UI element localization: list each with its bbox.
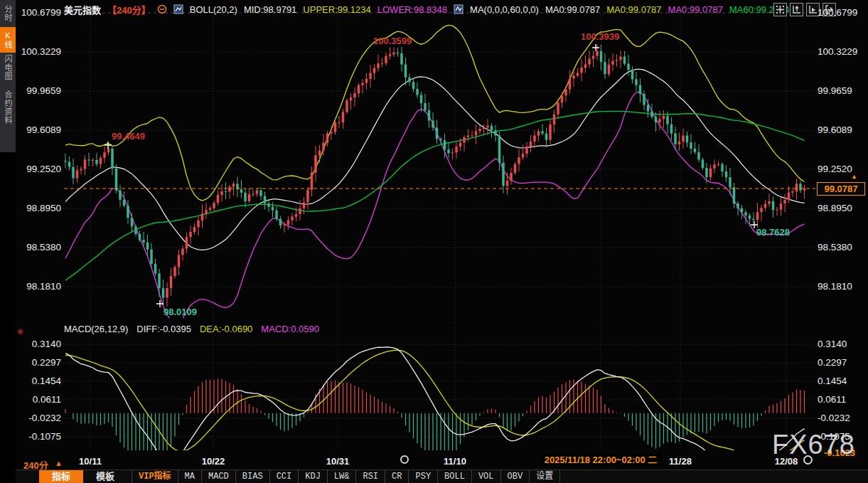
toolbar-item-ma[interactable]: MA xyxy=(178,470,202,483)
minus-circle-icon[interactable] xyxy=(157,4,167,14)
bottom-toolbar: 指标 模板 VIP指标MAMACDBIASCCIKDJLW&RSICRPSYBO… xyxy=(16,469,868,483)
sidebar-tab-lightning-chart[interactable]: 闪电图 xyxy=(0,55,16,80)
toolbar-item-obv[interactable]: OBV xyxy=(501,470,530,483)
axis-label: -0.0232 xyxy=(818,413,850,423)
axis-label: 0.2297 xyxy=(17,357,61,368)
ma-label: MA(0,0,0,60,0,0) xyxy=(470,4,539,15)
xaxis-date-label: 10/22 xyxy=(202,456,225,467)
ma0-value-1: MA0:99.0787 xyxy=(545,4,600,15)
indicator-settings-icon[interactable]: ✳ xyxy=(16,327,24,337)
toolbar-item-lw[interactable]: LW& xyxy=(328,470,357,483)
candlestick-chart[interactable]: 99.4649100.3599100.393998.010998.7628 xyxy=(0,0,868,483)
price-annotation: 99.4649 xyxy=(112,131,145,142)
axis-label: 98.1810 xyxy=(17,281,61,292)
macd-header: MACD(26,12,9) DIFF:-0.0395 DEA:-0.0690 M… xyxy=(64,324,319,334)
ma0-value-3: MA0:99.0787 xyxy=(668,4,723,15)
axis-label: 0.0611 xyxy=(818,394,846,405)
current-price-arrow-icon: ▲ xyxy=(851,173,857,180)
price-annotation: 100.3939 xyxy=(581,31,619,42)
toolbar-item-cci[interactable]: CCI xyxy=(270,470,299,483)
axis-label: 100.3229 xyxy=(17,46,61,57)
current-price-box: 99.0787 xyxy=(817,182,865,196)
xaxis-date-label: 10/31 xyxy=(326,456,350,467)
axis-label: -0.0232 xyxy=(17,413,61,423)
price-annotation: 98.0109 xyxy=(164,307,197,317)
macd-macd-value: MACD:0.0590 xyxy=(261,324,319,334)
pane-resize-handle[interactable] xyxy=(400,455,409,464)
price-annotation: 100.3599 xyxy=(373,36,412,46)
axis-label: 99.2520 xyxy=(17,164,61,174)
axis-label: 0.1454 xyxy=(818,376,847,386)
instrument-title: 美元指数 xyxy=(64,3,101,16)
toolbar-item-vol[interactable]: VOL xyxy=(472,470,501,483)
axis-label: 0.1454 xyxy=(17,376,61,386)
axis-label: -0.1075 xyxy=(17,431,61,442)
axis-label: 98.8950 xyxy=(818,203,852,213)
crosshair-time-label: 2025/11/18 22:00~02:00 二 xyxy=(541,454,661,466)
macd-dea-value: DEA:-0.0690 xyxy=(200,324,252,334)
toolbar-item-bias[interactable]: BIAS xyxy=(236,470,270,483)
sidebar: 分时图 K线图 闪电图 合约资料 xyxy=(0,0,16,483)
toolbar-tab-templates[interactable]: 模板 xyxy=(83,470,127,483)
axis-label: 0.2297 xyxy=(818,357,847,368)
macd-diff-value: DIFF:-0.0395 xyxy=(136,324,191,334)
toolbar-item-boll[interactable]: BOLL xyxy=(438,470,472,483)
axis-label: 99.6089 xyxy=(818,124,852,135)
boll-indicator-icon[interactable] xyxy=(173,4,183,14)
xaxis-date-label: 10/11 xyxy=(79,456,102,467)
toolbar-item-kdj[interactable]: KDJ xyxy=(299,470,328,483)
axis-label: 0.3140 xyxy=(818,339,847,349)
axis-label: 100.6799 xyxy=(17,7,61,18)
boll-lower-value: LOWER:98.8348 xyxy=(377,4,447,15)
toolbar-item-psy[interactable]: PSY xyxy=(409,470,438,483)
toolbar-tab-indicators[interactable]: 指标 xyxy=(39,470,83,483)
boll-label: BOLL(20,2) xyxy=(190,4,237,15)
ma0-value-2: MA0:99.0787 xyxy=(606,4,661,15)
xaxis-date-label: 11/10 xyxy=(444,456,466,467)
axis-label: 98.8950 xyxy=(17,203,61,213)
period-badge[interactable]: 【240分】 xyxy=(107,3,151,16)
axis-label: 0.3140 xyxy=(17,339,61,349)
sidebar-tab-kline-chart[interactable]: K线图 xyxy=(0,27,16,53)
sidebar-tab-contract-info[interactable]: 合约资料 xyxy=(0,83,16,132)
xaxis-date-label: 11/28 xyxy=(669,456,692,467)
axis-label: 99.2520 xyxy=(818,164,852,174)
fx678-watermark: FX678 xyxy=(772,430,855,460)
axis-label: 99.9659 xyxy=(818,85,852,96)
toolbar-item-[interactable]: 设置 xyxy=(530,470,560,483)
axis-label: 98.5380 xyxy=(818,242,852,253)
axis-label: 0.0611 xyxy=(17,394,61,405)
ma-indicator-icon[interactable] xyxy=(454,4,464,14)
axis-label: 99.6089 xyxy=(17,124,61,135)
axis-label: 100.3229 xyxy=(818,46,857,57)
toolbar-item-vip[interactable]: VIP指标 xyxy=(132,470,178,483)
axis-scale-icon[interactable] xyxy=(790,3,803,16)
macd-label: MACD(26,12,9) xyxy=(64,324,128,334)
crosshair-icon[interactable] xyxy=(773,3,787,16)
toolbar-item-cr[interactable]: CR xyxy=(385,470,409,483)
boll-upper-value: UPPER:99.1234 xyxy=(303,4,370,15)
price-annotation: 98.7628 xyxy=(756,227,790,238)
period-arrow-icon[interactable]: ▲ xyxy=(55,459,63,467)
boll-mid-value: MID:98.9791 xyxy=(244,4,296,15)
chart-header: 美元指数 【240分】 BOLL(20,2) MID:98.9791 UPPER… xyxy=(64,3,789,16)
axis-label: 98.5380 xyxy=(17,242,61,253)
axis-label: 98.1810 xyxy=(818,281,852,292)
sidebar-tab-time-chart[interactable]: 分时图 xyxy=(0,1,16,26)
toolbar-item-rsi[interactable]: RSI xyxy=(356,470,385,483)
axis-label: 99.9659 xyxy=(17,85,61,96)
axis-label: 100.6799 xyxy=(818,7,857,18)
toolbar-item-macd[interactable]: MACD xyxy=(202,470,236,483)
